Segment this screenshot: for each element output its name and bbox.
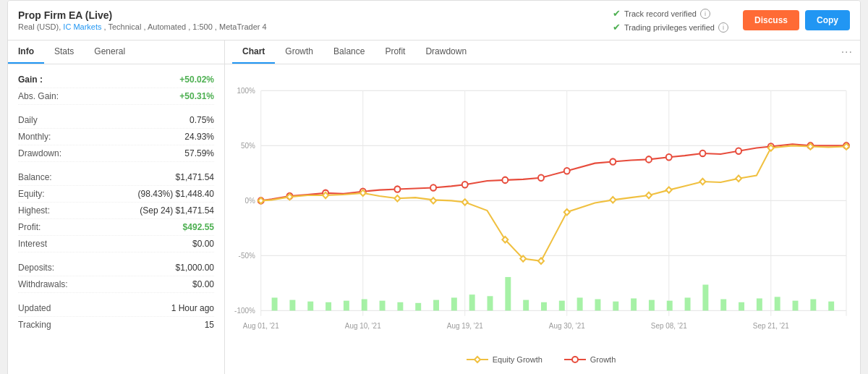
svg-rect-45	[667, 301, 673, 311]
growth-legend-item: Growth	[564, 354, 616, 365]
trading-privileges-label: Trading privileges verified	[624, 23, 715, 32]
chart-legend: Equity Growth Growth	[232, 349, 850, 372]
abs-gain-row: Abs. Gain: +50.31%	[18, 88, 214, 105]
tab-growth[interactable]: Growth	[275, 41, 323, 64]
header-buttons: Discuss Copy	[743, 10, 850, 30]
svg-rect-32	[433, 300, 439, 311]
highest-label: Highest:	[18, 205, 50, 216]
balance-label: Balance:	[18, 172, 52, 182]
trading-privileges-verification: ✔ Trading privileges verified i	[613, 22, 728, 33]
discuss-button[interactable]: Discuss	[743, 10, 799, 30]
equity-label: Equity:	[18, 189, 45, 199]
track-record-label: Track record verified	[624, 9, 697, 18]
more-options-icon[interactable]: ···	[841, 46, 853, 59]
svg-rect-54	[828, 302, 834, 311]
svg-text:-100%: -100%	[234, 306, 255, 314]
tab-general[interactable]: General	[84, 41, 135, 64]
tab-stats[interactable]: Stats	[44, 41, 84, 64]
svg-rect-52	[793, 301, 799, 311]
svg-rect-33	[451, 297, 457, 310]
svg-marker-85	[646, 192, 652, 198]
svg-rect-24	[289, 300, 295, 311]
daily-row: Daily 0.75%	[18, 112, 214, 129]
copy-button[interactable]: Copy	[805, 10, 850, 30]
svg-rect-40	[577, 297, 583, 310]
equity-value: (98.43%) $1,448.40	[138, 189, 214, 199]
interest-row: Interest $0.00	[18, 236, 214, 252]
svg-marker-84	[610, 197, 616, 203]
svg-point-61	[462, 182, 468, 187]
tracking-label: Tracking	[18, 320, 51, 330]
svg-rect-41	[595, 299, 600, 311]
deposits-value: $1,000.00	[176, 263, 214, 273]
header: Prop Firm EA (Live) Real (USD), IC Marke…	[8, 1, 860, 41]
monthly-row: Monthly: 24.93%	[18, 129, 214, 145]
account-subtitle: Real (USD), IC Markets , Technical , Aut…	[18, 22, 613, 31]
tab-balance[interactable]: Balance	[323, 41, 375, 64]
withdrawals-value: $0.00	[192, 279, 214, 289]
daily-value: 0.75%	[190, 115, 214, 125]
tab-profit[interactable]: Profit	[375, 41, 415, 64]
gain-label: Gain :	[18, 75, 43, 85]
profit-label: Profit:	[18, 222, 41, 232]
gain-value: +50.02%	[179, 75, 214, 85]
tab-info[interactable]: Info	[8, 41, 44, 64]
info-icon-1[interactable]: i	[700, 9, 710, 19]
right-panel: Chart Growth Balance Profit Drawdown ···…	[225, 41, 860, 374]
svg-marker-88	[736, 176, 741, 182]
left-panel: Info Stats General Gain : +50.02% Abs. G…	[8, 41, 225, 374]
check-icon-2: ✔	[613, 22, 621, 33]
svg-point-66	[646, 156, 652, 162]
updated-row: Updated 1 Hour ago	[18, 300, 214, 317]
svg-rect-42	[613, 302, 618, 311]
svg-text:Aug 10, '21: Aug 10, '21	[345, 321, 381, 329]
header-left: Prop Firm EA (Live) Real (USD), IC Marke…	[18, 9, 613, 31]
svg-text:-50%: -50%	[239, 251, 255, 259]
left-tabs: Info Stats General	[8, 41, 224, 64]
withdrawals-label: Withdrawals:	[18, 279, 68, 289]
svg-text:Aug 19, '21: Aug 19, '21	[447, 321, 483, 329]
growth-legend-label: Growth	[590, 355, 616, 364]
svg-point-65	[610, 158, 616, 164]
main-container: Prop Firm EA (Live) Real (USD), IC Marke…	[7, 0, 861, 374]
withdrawals-row: Withdrawals: $0.00	[18, 276, 214, 293]
chart-area: .grid-line { stroke: #e8e8e8; stroke-wid…	[225, 64, 860, 374]
svg-rect-27	[344, 301, 349, 311]
svg-rect-36	[505, 277, 511, 310]
svg-rect-23	[272, 297, 278, 310]
highest-row: Highest: (Sep 24) $1,471.54	[18, 203, 214, 219]
svg-rect-49	[739, 302, 744, 311]
equity-growth-legend-label: Equity Growth	[493, 355, 542, 364]
svg-point-95	[572, 357, 578, 362]
monthly-label: Monthly:	[18, 132, 51, 142]
drawdown-value: 57.59%	[184, 148, 214, 158]
svg-marker-86	[666, 187, 672, 192]
growth-legend-icon	[564, 354, 586, 365]
info-icon-2[interactable]: i	[718, 22, 728, 33]
profit-row: Profit: $492.55	[18, 219, 214, 236]
svg-marker-79	[462, 199, 468, 205]
interest-value: $0.00	[192, 239, 214, 249]
svg-text:Sep 08, '21: Sep 08, '21	[651, 321, 687, 329]
tab-drawdown[interactable]: Drawdown	[415, 41, 477, 64]
svg-rect-26	[326, 302, 331, 311]
body: Info Stats General Gain : +50.02% Abs. G…	[8, 41, 860, 374]
svg-rect-53	[810, 299, 816, 311]
svg-rect-44	[649, 300, 655, 311]
drawdown-row: Drawdown: 57.59%	[18, 145, 214, 162]
svg-point-64	[564, 168, 570, 174]
equity-row: Equity: (98.43%) $1,448.40	[18, 186, 214, 203]
svg-rect-47	[702, 285, 708, 311]
svg-point-60	[430, 184, 436, 190]
profit-value: $492.55	[183, 222, 214, 232]
track-record-verification: ✔ Track record verified i	[613, 8, 728, 19]
svg-rect-28	[362, 299, 367, 311]
svg-rect-30	[397, 302, 403, 311]
tab-chart[interactable]: Chart	[232, 41, 275, 64]
svg-marker-93	[475, 357, 480, 362]
main-chart: .grid-line { stroke: #e8e8e8; stroke-wid…	[232, 72, 850, 347]
check-icon-1: ✔	[613, 8, 621, 19]
ic-markets-link[interactable]: IC Markets	[63, 22, 101, 31]
daily-label: Daily	[18, 115, 38, 125]
interest-label: Interest	[18, 239, 47, 249]
